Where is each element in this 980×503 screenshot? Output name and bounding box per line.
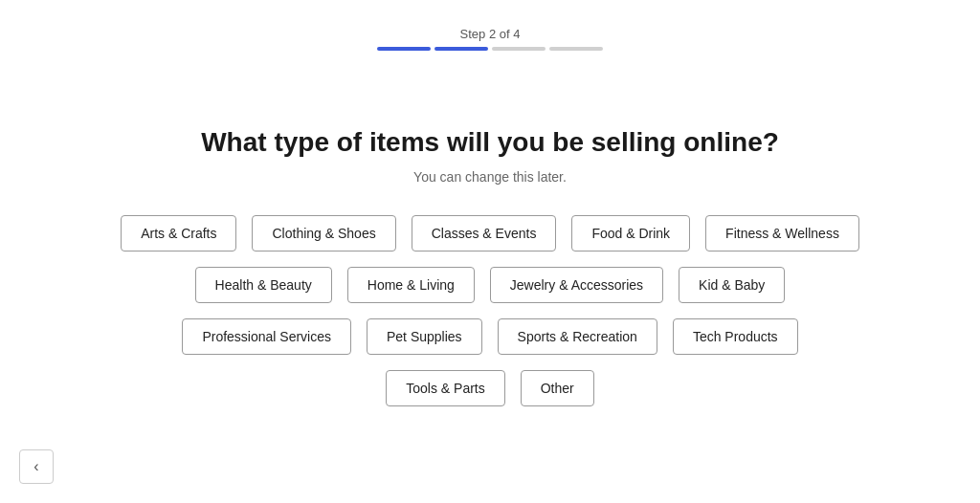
category-tools-parts[interactable]: Tools & Parts [386, 370, 504, 406]
subtitle: You can change this later. [413, 169, 567, 185]
progress-bar-track [377, 47, 603, 51]
main-title: What type of items will you be selling o… [201, 127, 779, 158]
category-sports-recreation[interactable]: Sports & Recreation [498, 318, 657, 355]
progress-segment-3 [492, 47, 546, 51]
category-kid-baby[interactable]: Kid & Baby [679, 267, 785, 303]
category-row-4: Tools & Parts Other [386, 370, 594, 406]
category-jewelry-accessories[interactable]: Jewelry & Accessories [490, 267, 663, 303]
progress-segment-4 [549, 47, 603, 51]
category-home-living[interactable]: Home & Living [347, 267, 475, 303]
chevron-left-icon: ‹ [33, 458, 38, 475]
category-pet-supplies[interactable]: Pet Supplies [367, 318, 482, 355]
progress-segment-1 [377, 47, 431, 51]
category-fitness-wellness[interactable]: Fitness & Wellness [705, 215, 859, 252]
category-clothing-shoes[interactable]: Clothing & Shoes [252, 215, 395, 252]
progress-segment-2 [434, 47, 488, 51]
back-button[interactable]: ‹ [19, 449, 54, 484]
category-classes-events[interactable]: Classes & Events [412, 215, 557, 252]
category-row-2: Health & Beauty Home & Living Jewelry & … [195, 267, 786, 303]
page-container: Step 2 of 4 What type of items will you … [0, 0, 980, 503]
main-content: What type of items will you be selling o… [0, 127, 980, 406]
category-row-3: Professional Services Pet Supplies Sport… [182, 318, 797, 355]
category-row-1: Arts & Crafts Clothing & Shoes Classes &… [121, 215, 859, 252]
categories-container: Arts & Crafts Clothing & Shoes Classes &… [121, 215, 859, 406]
category-professional-services[interactable]: Professional Services [182, 318, 351, 355]
category-health-beauty[interactable]: Health & Beauty [195, 267, 332, 303]
step-indicator: Step 2 of 4 [377, 27, 603, 51]
step-label: Step 2 of 4 [460, 27, 521, 41]
category-tech-products[interactable]: Tech Products [673, 318, 798, 355]
category-other[interactable]: Other [521, 370, 594, 406]
category-arts-crafts[interactable]: Arts & Crafts [121, 215, 236, 252]
category-food-drink[interactable]: Food & Drink [571, 215, 690, 252]
